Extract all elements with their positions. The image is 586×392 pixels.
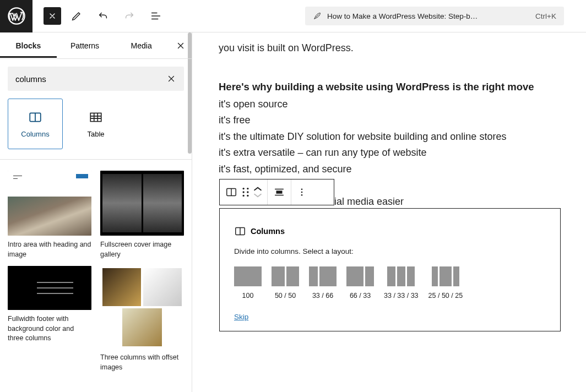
layout-options: 100 50 / 50 33 / 66 66 / 33 33 / 33 / 33… <box>234 266 546 300</box>
block-search <box>8 67 184 91</box>
layout-option-50-50[interactable]: 50 / 50 <box>272 266 299 300</box>
move-down-button[interactable] <box>254 193 262 198</box>
undo-button[interactable] <box>92 5 114 27</box>
placeholder-title: Columns <box>251 227 285 236</box>
svg-point-9 <box>247 195 248 197</box>
block-results: Columns Table <box>0 99 192 159</box>
align-button[interactable] <box>268 179 291 205</box>
columns-icon[interactable] <box>225 186 237 198</box>
drag-handle-icon[interactable] <box>242 187 249 197</box>
svg-point-12 <box>301 192 303 193</box>
block-inserter-panel: Blocks Patterns Media Columns <box>0 32 192 392</box>
block-card-columns[interactable]: Columns <box>8 99 63 149</box>
layout-option-66-33[interactable]: 66 / 33 <box>346 266 374 300</box>
pattern-item[interactable]: Fullscreen cover image gallery <box>100 171 184 259</box>
paragraph-bold[interactable]: Here's why building a website using Word… <box>219 79 560 95</box>
table-icon <box>89 110 103 124</box>
search-input[interactable] <box>15 74 166 84</box>
block-card-label: Table <box>87 130 104 138</box>
document-title: How to Make a WordPress Website: Step-b… <box>327 12 478 20</box>
more-options-button[interactable] <box>291 179 312 205</box>
redo-button[interactable] <box>118 5 140 27</box>
list-item[interactable]: it's free <box>219 112 560 129</box>
tools-button[interactable] <box>66 5 88 27</box>
layout-option-25-50-25[interactable]: 25 / 50 / 25 <box>428 266 463 300</box>
move-up-button[interactable] <box>254 186 262 192</box>
list-item[interactable]: it's open source <box>219 96 560 113</box>
inserter-tabs: Blocks Patterns Media <box>0 32 192 59</box>
pattern-label: Fullscreen cover image gallery <box>100 240 184 259</box>
layout-option-100[interactable]: 100 <box>234 266 262 300</box>
svg-point-6 <box>242 191 244 193</box>
placeholder-description: Divide into columns. Select a layout: <box>234 247 546 255</box>
pattern-item[interactable]: ▬▬▬▬▬▬ Intro area with heading and image <box>8 171 91 259</box>
svg-point-5 <box>247 188 248 189</box>
svg-point-13 <box>301 194 303 196</box>
pattern-label: Intro area with heading and image <box>8 240 91 259</box>
skip-link[interactable]: Skip <box>234 313 248 321</box>
tab-media[interactable]: Media <box>113 41 170 50</box>
block-toolbar <box>219 179 334 205</box>
block-card-table[interactable]: Table <box>68 99 123 149</box>
svg-rect-2 <box>90 113 101 121</box>
tab-patterns[interactable]: Patterns <box>57 41 113 50</box>
command-shortcut: Ctrl+K <box>535 12 556 20</box>
layout-option-33-66[interactable]: 33 / 66 <box>309 266 337 300</box>
document-title-bar[interactable]: How to Make a WordPress Website: Step-b…… <box>305 7 564 25</box>
document-overview-button[interactable] <box>145 5 167 27</box>
editor-top-bar: How to Make a WordPress Website: Step-b…… <box>0 0 586 32</box>
tab-blocks[interactable]: Blocks <box>0 41 57 50</box>
toggle-inserter-button[interactable] <box>44 7 61 25</box>
pattern-label: Fullwidth footer with background color a… <box>8 314 91 344</box>
pattern-results: ▬▬▬▬▬▬ Intro area with heading and image… <box>0 160 192 383</box>
svg-point-8 <box>242 195 244 197</box>
clear-search-button[interactable] <box>166 74 176 84</box>
svg-point-7 <box>247 191 248 193</box>
pattern-item[interactable]: Three columns with offset images <box>100 266 184 372</box>
columns-block-placeholder: Columns Divide into columns. Select a la… <box>219 208 561 331</box>
list-item[interactable]: it's fast, optimized, and secure <box>219 161 560 178</box>
svg-point-4 <box>242 188 244 189</box>
feather-icon <box>313 12 322 20</box>
pattern-thumbnail: ▬▬▬▬▬▬ <box>8 171 91 236</box>
pattern-thumbnail <box>8 266 91 310</box>
svg-point-11 <box>301 188 303 190</box>
layout-option-33-33-33[interactable]: 33 / 33 / 33 <box>384 266 419 300</box>
list-item[interactable]: it's extra versatile – can run any type … <box>219 145 560 161</box>
pattern-thumbnail <box>100 171 184 236</box>
block-card-label: Columns <box>21 130 49 138</box>
paragraph[interactable]: you visit is built on WordPress. <box>219 40 560 57</box>
wordpress-logo[interactable] <box>0 0 32 32</box>
columns-icon <box>28 110 42 124</box>
block-mover <box>254 186 262 198</box>
close-inserter-button[interactable] <box>170 41 192 51</box>
list-item[interactable]: it's the ultimate DIY solution for websi… <box>219 129 560 145</box>
columns-icon <box>234 225 246 237</box>
svg-rect-10 <box>276 190 283 194</box>
placeholder-header: Columns <box>234 225 546 237</box>
pattern-item[interactable]: Fullwidth footer with background color a… <box>8 266 91 344</box>
pattern-thumbnail <box>100 266 184 349</box>
pattern-label: Three columns with offset images <box>100 353 184 372</box>
toolbar-group-block <box>220 179 268 205</box>
